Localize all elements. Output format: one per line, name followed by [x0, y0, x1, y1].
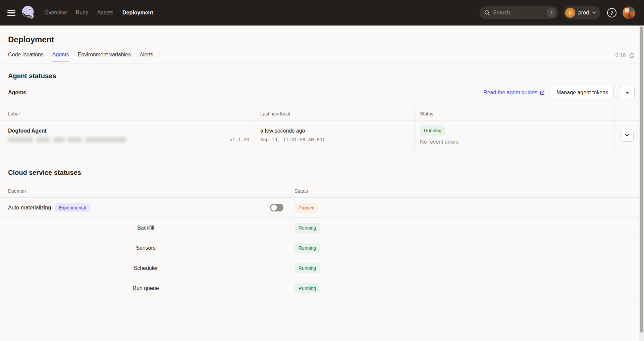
manage-agent-tokens-button[interactable]: Manage agent tokens: [551, 86, 614, 99]
top-navbar: Overview Runs Assets Deployment Search..…: [0, 0, 644, 26]
agent-table-row: Dogfood Agent v1.1.20 a few seconds ago …: [0, 120, 639, 150]
daemon-status-cell: Running: [289, 238, 639, 258]
experimental-badge: Experimental: [55, 203, 90, 212]
agent-guides-link[interactable]: Read the agent guides: [483, 90, 545, 96]
status-badge: Running: [294, 263, 320, 273]
agent-label-cell: Dogfood Agent v1.1.20: [0, 120, 255, 150]
status-badge: Running: [294, 223, 320, 233]
daemon-row-sensors: Sensors Running: [0, 238, 639, 258]
column-header-actions: [614, 107, 639, 120]
help-icon[interactable]: ?: [607, 8, 616, 17]
agent-status-detail: No recent errors: [420, 139, 609, 145]
column-header-daemon: Daemon: [0, 184, 289, 197]
agents-actions: Read the agent guides Manage agent token…: [483, 86, 635, 99]
deployment-tabs: Code locations Agents Environment variab…: [8, 50, 153, 63]
dagster-logo[interactable]: [21, 5, 36, 21]
octopus-logo-icon: [21, 5, 36, 21]
chevron-down-icon: [592, 11, 596, 14]
nav-link-runs[interactable]: Runs: [76, 10, 88, 16]
tab-environment-variables[interactable]: Environment variables: [78, 50, 131, 63]
agent-guides-link-label: Read the agent guides: [483, 90, 537, 96]
refresh-countdown: 0:16: [615, 52, 626, 58]
status-badge: Paused: [294, 203, 318, 213]
column-header-status: Status: [289, 184, 639, 197]
cloud-table-header: Daemon Status: [0, 184, 639, 198]
tab-alerts[interactable]: Alerts: [140, 50, 153, 63]
daemon-name: Auto-materializing: [8, 205, 51, 211]
vertical-scrollbar[interactable]: [639, 26, 644, 341]
primary-nav: Overview Runs Assets Deployment: [44, 10, 153, 16]
deployment-name: prod: [578, 10, 589, 16]
agent-status-cell: Running No recent errors: [415, 120, 614, 150]
status-badge: Running: [294, 243, 320, 253]
agent-actions-dropdown-button[interactable]: [620, 86, 635, 99]
caret-down-icon: [626, 92, 629, 94]
search-placeholder: Search...: [493, 10, 544, 16]
daemon-row-backfill: Backfill Running: [0, 218, 639, 238]
navbar-right-group: Search... / P prod ?: [480, 6, 635, 19]
deployment-switcher[interactable]: P prod: [564, 6, 600, 19]
daemon-status-cell: Running: [289, 278, 639, 298]
agent-statuses-heading: Agent statuses: [8, 72, 644, 80]
deployment-page: Deployment Code locations Agents Environ…: [0, 35, 644, 298]
chevron-down-icon: [625, 134, 629, 137]
daemon-status-cell: Running: [289, 218, 639, 238]
agent-id-redacted: [8, 137, 126, 142]
page-title: Deployment: [8, 35, 644, 44]
daemon-row-run-queue: Run queue Running: [0, 278, 639, 298]
refresh-timer: 0:16: [615, 52, 635, 63]
search-input[interactable]: Search... /: [480, 6, 558, 19]
tab-agents[interactable]: Agents: [52, 50, 69, 63]
daemon-row-scheduler: Scheduler Running: [0, 258, 639, 278]
cloud-services-table: Daemon Status Auto-materializing Experim…: [0, 184, 639, 298]
agents-section-head: Agents Read the agent guides Manage agen…: [0, 85, 639, 100]
daemon-name-cell: Auto-materializing Experimental: [0, 198, 289, 217]
auto-materializing-toggle[interactable]: [270, 204, 283, 211]
daemon-name-cell: Sensors: [0, 238, 289, 258]
agents-subheading: Agents: [8, 90, 26, 96]
column-header-status: Status: [415, 107, 614, 120]
column-header-last-heartbeat: Last heartbeat: [255, 107, 415, 120]
nav-link-overview[interactable]: Overview: [44, 10, 67, 16]
refresh-icon[interactable]: [629, 53, 635, 58]
tab-code-locations[interactable]: Code locations: [8, 50, 44, 63]
daemon-name: Sensors: [136, 245, 156, 251]
search-shortcut-key: /: [547, 8, 555, 17]
daemon-row-auto-materializing: Auto-materializing Experimental Paused: [0, 198, 639, 218]
status-badge: Running: [294, 283, 320, 293]
heartbeat-relative: a few seconds ago: [260, 128, 409, 134]
daemon-name: Run queue: [132, 285, 159, 291]
external-link-icon: [540, 90, 545, 95]
search-icon: [484, 10, 490, 16]
agent-status-badge: Running: [420, 126, 445, 136]
agents-table-header: Label Last heartbeat Status: [0, 107, 639, 120]
agent-actions-cell: [614, 120, 639, 150]
nav-link-assets[interactable]: Assets: [97, 10, 113, 16]
agent-expand-button[interactable]: [620, 129, 634, 142]
user-avatar[interactable]: [623, 6, 635, 19]
heartbeat-timestamp: Sep 19, 11:31:59 AM EDT: [260, 137, 409, 143]
agent-version: v1.1.20: [229, 137, 249, 143]
tabs-row: Code locations Agents Environment variab…: [0, 50, 639, 63]
deployment-badge: P: [565, 8, 575, 18]
daemon-status-cell: Paused: [289, 198, 639, 217]
scrollbar-thumb[interactable]: [640, 27, 643, 333]
nav-link-deployment[interactable]: Deployment: [122, 10, 153, 16]
cloud-service-statuses-heading: Cloud service statuses: [8, 169, 644, 177]
daemon-name-cell: Backfill: [0, 218, 289, 238]
agents-table: Label Last heartbeat Status Dogfood Agen…: [0, 107, 639, 150]
daemon-name-cell: Scheduler: [0, 258, 289, 278]
column-header-label: Label: [0, 107, 255, 120]
agent-name: Dogfood Agent: [8, 128, 249, 134]
agent-heartbeat-cell: a few seconds ago Sep 19, 11:31:59 AM ED…: [255, 120, 415, 150]
hamburger-menu-icon[interactable]: [7, 10, 15, 16]
daemon-name: Backfill: [137, 225, 154, 231]
daemon-name: Scheduler: [133, 265, 158, 271]
daemon-status-cell: Running: [289, 258, 639, 278]
toggle-knob: [271, 205, 277, 211]
daemon-name-cell: Run queue: [0, 278, 289, 298]
